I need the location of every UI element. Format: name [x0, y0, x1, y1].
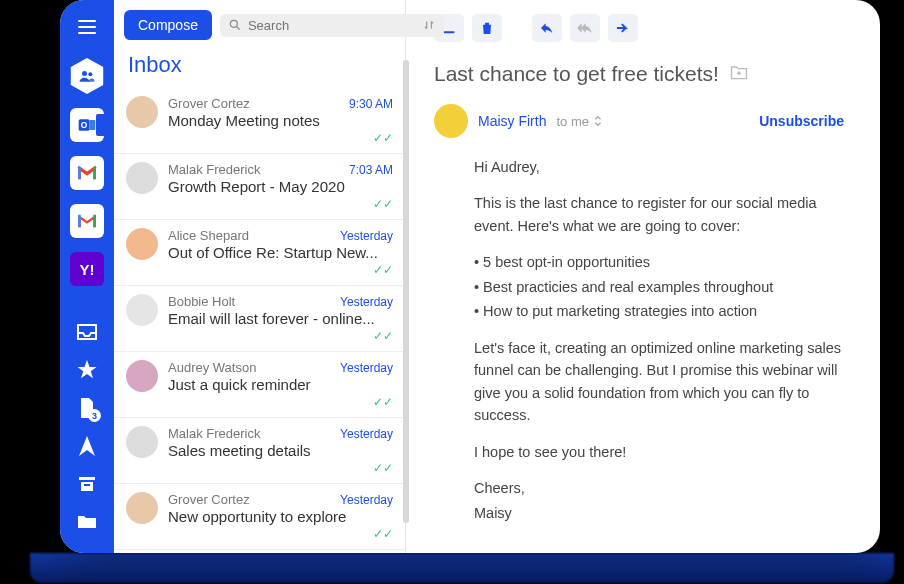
read-receipt-icon: ✓✓ [168, 395, 393, 409]
outlook-icon: O [77, 115, 97, 135]
message-row[interactable]: Alice ShepardYesterdayOut of Office Re: … [114, 220, 405, 286]
read-receipt-icon: ✓✓ [168, 263, 393, 277]
unsubscribe-button[interactable]: Unsubscribe [747, 107, 856, 135]
message-row[interactable]: Audrey WatsonYesterdayJust a quick remin… [114, 352, 405, 418]
sender-name: Bobbie Holt [168, 294, 235, 309]
send-icon [75, 434, 99, 458]
avatar [126, 492, 158, 524]
people-icon [77, 66, 97, 86]
message-subject: Out of Office Re: Startup New... [168, 244, 393, 261]
account-contacts-button[interactable] [69, 58, 105, 94]
message-subject: Just a quick reminder [168, 376, 393, 393]
app-window: O Y! 3 [60, 0, 880, 553]
read-receipt-icon: ✓✓ [168, 197, 393, 211]
search-icon [228, 18, 242, 32]
reply-icon [539, 20, 555, 36]
read-receipt-icon: ✓✓ [168, 461, 393, 475]
message-row[interactable]: Malak FrederickYesterdaySales meeting de… [114, 418, 405, 484]
expand-recipients-icon [593, 115, 603, 127]
inbox-icon [75, 320, 99, 344]
messages-container: Grover Cortez9:30 AMMonday Meeting notes… [114, 88, 405, 553]
hamburger-icon [78, 20, 96, 34]
folder-title: Inbox [114, 46, 405, 88]
avatar [126, 294, 158, 326]
message-row[interactable]: Maisy FirthSaturdayLast chance to get fr… [114, 550, 405, 553]
message-time: Yesterday [340, 493, 393, 507]
move-to-folder-button[interactable] [729, 62, 749, 86]
gmail-icon [76, 213, 98, 229]
menu-button[interactable] [70, 10, 104, 44]
svg-text:O: O [81, 120, 88, 130]
avatar [126, 162, 158, 194]
reply-button[interactable] [532, 14, 562, 42]
sort-icon[interactable] [422, 18, 436, 32]
sender-name: Malak Frederick [168, 426, 260, 441]
delete-button[interactable] [472, 14, 502, 42]
message-list-pane: Compose Inbox Grover Cortez9:30 AMMonday… [114, 0, 406, 553]
svg-point-0 [82, 71, 87, 76]
message-row[interactable]: Malak Frederick7:03 AMGrowth Report - Ma… [114, 154, 405, 220]
message-time: Yesterday [340, 361, 393, 375]
message-subject: Monday Meeting notes [168, 112, 393, 129]
nav-starred[interactable] [75, 358, 99, 382]
account-gmail-secondary[interactable] [70, 204, 104, 238]
reply-all-button[interactable] [570, 14, 600, 42]
account-yahoo[interactable]: Y! [70, 252, 104, 286]
account-gmail-primary[interactable] [70, 156, 104, 190]
trash-icon [479, 20, 495, 36]
message-subject: Email will last forever - online... [168, 310, 393, 327]
svg-rect-4 [90, 120, 96, 130]
nav-rail: O Y! 3 [60, 0, 114, 553]
yahoo-icon: Y! [80, 261, 95, 278]
compose-button[interactable]: Compose [124, 10, 212, 40]
folder-icon [75, 510, 99, 534]
pane-divider[interactable] [403, 60, 409, 523]
avatar [434, 104, 468, 138]
from-name[interactable]: Maisy Firth [478, 113, 546, 129]
avatar [126, 426, 158, 458]
forward-icon [615, 20, 631, 36]
message-time: Yesterday [340, 295, 393, 309]
message-time: 9:30 AM [349, 97, 393, 111]
avatar [126, 96, 158, 128]
read-receipt-icon: ✓✓ [168, 329, 393, 343]
message-body: Hi Audrey, This is the last chance to re… [434, 156, 856, 538]
message-subject: Sales meeting details [168, 442, 393, 459]
nav-archive[interactable] [75, 472, 99, 496]
sender-name: Grover Cortez [168, 492, 250, 507]
nav-send[interactable] [75, 434, 99, 458]
message-row[interactable]: Grover CortezYesterdayNew opportunity to… [114, 484, 405, 550]
message-time: 7:03 AM [349, 163, 393, 177]
reading-pane: Last chance to get free tickets! Maisy F… [406, 0, 880, 553]
search-field[interactable] [220, 14, 444, 37]
sender-name: Malak Frederick [168, 162, 260, 177]
sender-name: Alice Shepard [168, 228, 249, 243]
search-input[interactable] [248, 18, 416, 33]
read-receipt-icon: ✓✓ [168, 527, 393, 541]
svg-point-5 [230, 20, 237, 27]
nav-files[interactable]: 3 [75, 396, 99, 420]
svg-point-1 [88, 72, 92, 76]
nav-folders[interactable] [75, 510, 99, 534]
avatar [126, 228, 158, 260]
reading-subject: Last chance to get free tickets! [434, 62, 719, 86]
to-recipients[interactable]: to me [556, 114, 603, 129]
message-time: Yesterday [340, 229, 393, 243]
archive-icon [75, 472, 99, 496]
message-subject: New opportunity to explore [168, 508, 393, 525]
folder-plus-icon [729, 63, 749, 81]
account-outlook[interactable]: O [70, 108, 104, 142]
reading-toolbar [434, 10, 856, 52]
message-row[interactable]: Grover Cortez9:30 AMMonday Meeting notes… [114, 88, 405, 154]
files-badge: 3 [88, 409, 101, 422]
message-time: Yesterday [340, 427, 393, 441]
reply-all-icon [577, 20, 593, 36]
message-row[interactable]: Bobbie HoltYesterdayEmail will last fore… [114, 286, 405, 352]
forward-button[interactable] [608, 14, 638, 42]
read-receipt-icon: ✓✓ [168, 131, 393, 145]
message-subject: Growth Report - May 2020 [168, 178, 393, 195]
avatar [126, 360, 158, 392]
sender-name: Audrey Watson [168, 360, 256, 375]
sender-name: Grover Cortez [168, 96, 250, 111]
nav-inbox[interactable] [75, 320, 99, 344]
